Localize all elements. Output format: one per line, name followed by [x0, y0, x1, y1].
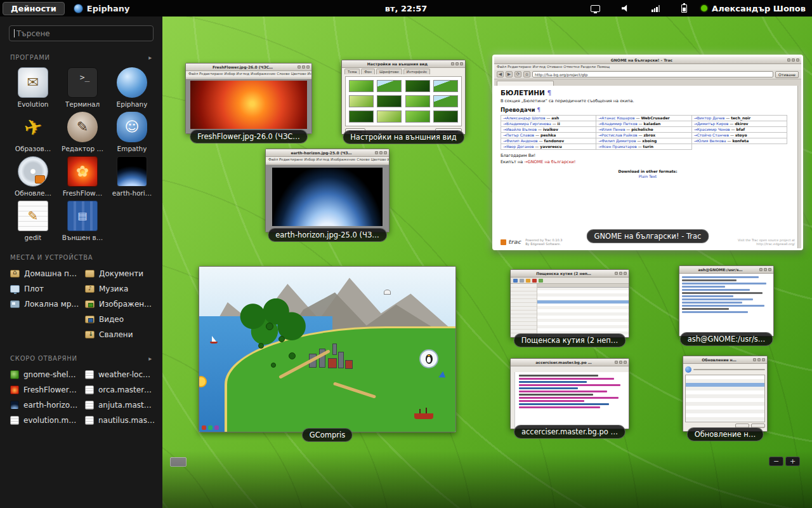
- window-evolution-mail[interactable]: Пощенска кутия (2 неп… Пощенска кутия (2…: [510, 269, 629, 338]
- app-label: Обновле…: [15, 189, 51, 197]
- app-icon-freshflower: ✿: [67, 156, 98, 187]
- epiphany-app-icon: [74, 4, 83, 13]
- window-caption: Пощенска кутия (2 неп…: [514, 333, 626, 347]
- remove-workspace-button[interactable]: −: [769, 457, 783, 466]
- terminal-output: [679, 274, 773, 336]
- recent-item[interactable]: evolution.m…: [10, 413, 81, 428]
- overview-sidebar: Търсене ПРОГРАМИ ▸ ✉ Evolution >_ Термин…: [0, 17, 162, 508]
- window-terminal[interactable]: ash@GNOME:/usr/s… ash@GNOME:/usr/s…: [679, 265, 774, 337]
- app-label: Образов…: [15, 145, 51, 152]
- recent-expander-icon[interactable]: ▸: [148, 355, 152, 362]
- clock[interactable]: вт, 22:57: [385, 4, 428, 13]
- recent-file-icon: [10, 401, 19, 410]
- add-workspace-button[interactable]: +: [785, 457, 800, 466]
- app-tile[interactable]: ✿ FreshFlow…: [58, 156, 107, 197]
- app-tile[interactable]: ✈ Образов…: [9, 112, 57, 152]
- recent-item[interactable]: earth-horizo…: [10, 398, 81, 413]
- username: Александър Шопов: [712, 4, 806, 13]
- programs-expander-icon[interactable]: ▸: [148, 54, 152, 61]
- place-item[interactable]: Плот: [10, 281, 81, 297]
- app-icon-epiphany: [117, 67, 147, 98]
- place-item[interactable]: Локална мр…: [10, 297, 81, 312]
- app-label: gedit: [25, 234, 42, 241]
- window-thumbnail: Настройки на външния вид ТемаФонШрифтове…: [341, 60, 466, 135]
- recent-file-icon: [85, 416, 94, 425]
- recent-item[interactable]: nautilus.mas…: [85, 413, 156, 428]
- app-tile[interactable]: ☺ Empathy: [108, 112, 156, 152]
- app-tile[interactable]: >_ Терминал: [58, 67, 107, 108]
- place-label: Изображен…: [99, 300, 152, 309]
- place-icon: [10, 270, 20, 277]
- browser-toolbar: ◀ ▶ ⟳ ⌂ http://fsa-bg.org/project/gtp От…: [494, 70, 801, 79]
- place-label: Музика: [99, 284, 128, 293]
- place-item[interactable]: Музика: [85, 281, 156, 297]
- app-icon-empathy: ☺: [117, 112, 147, 142]
- translators-table: →Александър Шопов — ash →Атанас Кошаров …: [501, 115, 787, 150]
- app-menu[interactable]: Epiphany: [74, 4, 130, 13]
- window-thumbnail: FreshFlower.jpg-26.0 (ЧЗС… Файл Редактир…: [185, 63, 312, 134]
- tab: Тема: [344, 69, 360, 74]
- app-tile[interactable]: Epiphany: [108, 67, 156, 108]
- recent-item[interactable]: anjuta.mast…: [85, 398, 156, 413]
- app-tile[interactable]: Обновле…: [9, 156, 57, 197]
- app-icon-gimp: ✎: [67, 112, 98, 142]
- translator-cell: →Петър Славов — peshka: [501, 133, 596, 138]
- top-bar: Дейности Epiphany вт, 22:57 Александър Ш…: [0, 0, 812, 17]
- app-tile[interactable]: ✎ gedit: [9, 201, 57, 241]
- place-item[interactable]: Документи: [85, 266, 156, 281]
- app-icon-gedit: ✎: [18, 201, 48, 231]
- translator-name: Филип Андонов: [506, 138, 538, 143]
- scrollbar: [797, 86, 801, 248]
- sailboat: [212, 336, 216, 342]
- window-accerciser-po-editor[interactable]: accerciser.master.bg.po … accerciser.mas…: [510, 358, 629, 429]
- user-menu[interactable]: Александър Шопов: [701, 4, 806, 13]
- workspace-overview: FreshFlower.jpg-26.0 (ЧЗС… Файл Редактир…: [162, 17, 812, 508]
- place-item[interactable]: Изображен…: [85, 297, 156, 312]
- translator-name: Ростислав Райков: [601, 133, 637, 137]
- app-tile[interactable]: ▤ Външен в…: [58, 201, 107, 241]
- window-appearance-settings[interactable]: Настройки на външния вид ТемаФонШрифтове…: [341, 60, 466, 135]
- battery-icon[interactable]: [681, 4, 687, 13]
- app-tile[interactable]: ✎ Редактор …: [58, 112, 107, 152]
- update-package-list: [685, 375, 765, 422]
- translator-name: Юлия Велкова: [697, 138, 726, 143]
- window-system-update[interactable]: Обновление н… Обновление н…: [683, 356, 768, 432]
- app-icon-external-volume: ▤: [67, 201, 98, 231]
- recent-item[interactable]: gnome-shel…: [10, 367, 81, 382]
- window-gcompris[interactable]: GCompris: [199, 266, 456, 432]
- display-icon[interactable]: [591, 5, 600, 12]
- translator-nick: peshka: [540, 133, 556, 137]
- window-earth-horizon-gimp[interactable]: earth-horizon.jpg-25.0 (ЧЗ… Файл Редакти…: [265, 149, 390, 232]
- workspace-indicator[interactable]: [170, 457, 187, 467]
- translator-name: Ивайло Вълков: [506, 127, 537, 131]
- recent-item[interactable]: FreshFlower…: [10, 382, 81, 398]
- search-input[interactable]: Търсене: [9, 25, 154, 41]
- app-label: Терминал: [65, 100, 100, 108]
- window-freshflower-gimp[interactable]: FreshFlower.jpg-26.0 (ЧЗС… Файл Редактир…: [185, 63, 312, 134]
- window-trac-browser[interactable]: GNOME на български! - Trac Файл Редактир…: [492, 55, 803, 250]
- team-link: →GNOME на български!: [524, 159, 575, 164]
- app-icon-terminal: >_: [67, 67, 98, 98]
- gcompris-scene: [199, 267, 455, 432]
- gcompris-toolbar: [202, 425, 219, 430]
- translator-cell: →Явор Доганов — yavorescu: [501, 144, 596, 150]
- browser-tab: [497, 81, 554, 86]
- activities-button[interactable]: Дейности: [3, 2, 65, 15]
- app-tile[interactable]: ✉ Evolution: [9, 67, 57, 108]
- app-label: FreshFlow…: [63, 189, 102, 197]
- network-signal-icon[interactable]: [652, 5, 660, 12]
- recent-file-icon: [10, 416, 19, 425]
- recent-item[interactable]: orca.master…: [85, 382, 156, 398]
- volume-icon[interactable]: [622, 4, 630, 12]
- mail-folder-pane: [511, 284, 537, 337]
- translator-cell: →Владимир Петков — kaladan: [596, 121, 691, 127]
- recent-item[interactable]: weather-loc…: [85, 367, 156, 382]
- place-item[interactable]: Домашна п…: [10, 266, 81, 281]
- place-item[interactable]: Свалени: [85, 327, 156, 342]
- place-item[interactable]: Видео: [85, 312, 156, 327]
- translator-nick: zbrox: [643, 133, 655, 137]
- app-tile[interactable]: earth-hori…: [108, 156, 156, 197]
- window-caption: accerciser.master.bg.po …: [514, 425, 625, 439]
- trac-page-content: БЮЛЕТИНИ ¶ В секция „Бюлетини“ са период…: [494, 86, 801, 248]
- recent-label: earth-horizo…: [23, 401, 77, 410]
